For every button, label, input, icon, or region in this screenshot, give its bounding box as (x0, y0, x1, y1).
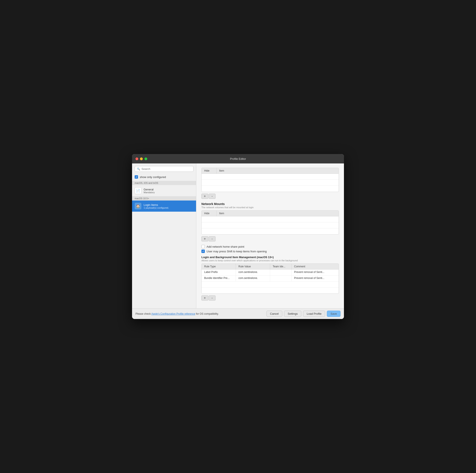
apple-profile-link[interactable]: Apple's Configuration Profile reference (151, 312, 195, 315)
login-items-icon: 🏠 (135, 203, 141, 210)
btn-row-1: + - (201, 194, 339, 199)
th-hide-1: Hide (202, 168, 217, 174)
footer-text: Please check Apple's Configuration Profi… (136, 312, 219, 315)
table3-header: Rule Type Rule Value Team Ide... Comment (202, 264, 339, 270)
td-team-id-2 (270, 275, 291, 281)
table3-row-1[interactable]: Label Prefix com.sentinelone. Prevent re… (202, 270, 339, 275)
td-rule-type-1: Label Prefix (202, 270, 236, 275)
remove-button-3[interactable]: - (209, 295, 216, 301)
maximize-button[interactable] (144, 157, 147, 160)
shift-keep-label: User may press Shift to keep items from … (206, 250, 267, 253)
remove-button-1[interactable]: - (209, 194, 216, 199)
th-comment: Comment (291, 264, 339, 269)
cancel-button[interactable]: Cancel (267, 311, 282, 317)
content-area: Hide Item + - Network Mounts The network… (196, 164, 344, 308)
titlebar: Profile Editor (132, 154, 344, 164)
table2-row-3[interactable] (202, 228, 339, 234)
login-items-name: Login Items (144, 203, 169, 206)
table2-header: Hide Item (202, 211, 339, 216)
show-configured-row[interactable]: show only configured (132, 174, 196, 181)
table2: Hide Item (201, 210, 339, 235)
th-item-2: Item (217, 211, 339, 216)
traffic-lights (136, 157, 147, 160)
add-network-checkbox[interactable] (201, 245, 205, 248)
section-header-1: macOS, iOS and tvOS (132, 181, 196, 185)
save-button[interactable]: Save (327, 311, 340, 317)
th-rule-type: Rule Type (202, 264, 236, 269)
minimize-button[interactable] (140, 157, 143, 160)
td-rule-type-2: Bundle Identifier Pre... (202, 275, 236, 281)
window-title: Profile Editor (230, 157, 246, 161)
table1-row-2[interactable] (202, 180, 339, 186)
th-rule-value: Rule Value (236, 264, 270, 269)
table3: Rule Type Rule Value Team Ide... Comment… (201, 263, 339, 294)
load-profile-button[interactable]: Load Profile (303, 311, 325, 317)
general-name: General (144, 188, 155, 191)
main-window: Profile Editor 🔍 show only configured ma… (132, 154, 344, 319)
search-icon: 🔍 (137, 167, 140, 170)
main-content: 🔍 show only configured macOS, iOS and tv… (132, 164, 344, 308)
td-comment-1: Prevent removal of Senti... (291, 270, 339, 275)
footer-before-link: Please check (136, 312, 151, 315)
table1-row-3[interactable] (202, 186, 339, 192)
show-configured-label: show only configured (140, 175, 166, 179)
td-team-id-1 (270, 270, 291, 275)
td-comment-2: Prevent removal of Senti... (291, 275, 339, 281)
search-input[interactable] (141, 167, 191, 170)
sidebar-item-login-items[interactable]: 🏠 Login Items 1 payload(s) configured. (132, 200, 196, 212)
search-box[interactable]: 🔍 (135, 166, 193, 172)
th-item-1: Item (217, 168, 339, 174)
table1-header: Hide Item (202, 168, 339, 174)
mgmt-desc: Allows users to keep control over which … (201, 259, 339, 262)
settings-button[interactable]: Settings (284, 311, 301, 317)
network-mounts-title: Network Mounts (201, 202, 339, 206)
add-button-2[interactable]: + (201, 236, 208, 241)
add-network-label: Add network home share point (206, 245, 244, 248)
login-items-text: Login Items 1 payload(s) configured. (144, 203, 169, 209)
sidebar-item-general[interactable]: 📄 General Mandatory (132, 185, 196, 196)
th-hide-2: Hide (202, 211, 217, 216)
remove-button-2[interactable]: - (209, 236, 216, 241)
table1-row-1[interactable] (202, 174, 339, 180)
section-header-2: macOS 10.5+ (132, 196, 196, 200)
footer: Please check Apple's Configuration Profi… (132, 308, 344, 319)
table1: Hide Item (201, 168, 339, 192)
mgmt-title: Login and Background Item Management (ma… (201, 255, 339, 259)
footer-after-link: for OS compatibility. (195, 312, 219, 315)
th-team-id: Team Ide... (270, 264, 291, 269)
table3-row-2[interactable]: Bundle Identifier Pre... com.sentinelone… (202, 275, 339, 281)
login-items-sub: 1 payload(s) configured. (144, 206, 169, 209)
btn-row-3: + - (201, 295, 339, 301)
shift-keep-checkbox[interactable] (201, 250, 205, 253)
add-button-1[interactable]: + (201, 194, 208, 199)
checkbox2-row[interactable]: User may press Shift to keep items from … (201, 250, 339, 253)
td-rule-value-2: com.sentinelone. (236, 275, 270, 281)
table3-row-3[interactable] (202, 281, 339, 288)
general-text: General Mandatory (144, 188, 155, 194)
sidebar: 🔍 show only configured macOS, iOS and tv… (132, 164, 196, 308)
add-button-3[interactable]: + (201, 295, 208, 301)
network-mounts-desc: The network volumes that will be mounted… (201, 206, 339, 209)
table2-row-2[interactable] (202, 222, 339, 228)
table2-row-1[interactable] (202, 216, 339, 222)
footer-buttons: Cancel Settings Load Profile Save (267, 311, 340, 317)
general-icon: 📄 (135, 187, 141, 194)
table3-row-4[interactable] (202, 288, 339, 293)
close-button[interactable] (136, 157, 138, 160)
btn-row-2: + - (201, 236, 339, 241)
checkbox1-row[interactable]: Add network home share point (201, 245, 339, 248)
general-sub: Mandatory (144, 191, 155, 194)
show-configured-checkbox[interactable] (135, 175, 138, 179)
td-rule-value-1: com.sentinelone. (236, 270, 270, 275)
